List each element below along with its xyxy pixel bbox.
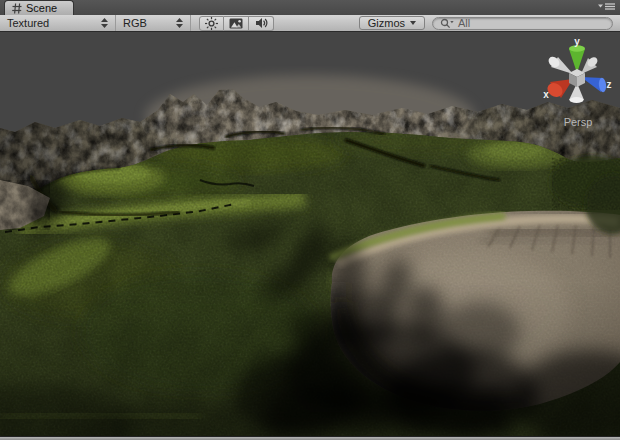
tab-bar: Scene — [0, 0, 620, 15]
gizmos-label: Gizmos — [368, 17, 405, 29]
skybox-effects-toggle[interactable] — [224, 16, 249, 31]
image-icon — [229, 18, 243, 29]
draw-mode-dropdown[interactable]: Textured — [0, 15, 116, 31]
panel-bottom-edge — [0, 436, 620, 440]
projection-label[interactable]: Persp — [564, 116, 593, 128]
tab-scene[interactable]: Scene — [4, 0, 74, 15]
panel-menu-icon[interactable] — [598, 2, 616, 11]
scene-panel: Scene Textured RGB — [0, 0, 620, 440]
scene-viewport[interactable]: y z x Persp — [0, 32, 620, 436]
render-mode-dropdown[interactable]: RGB — [116, 15, 191, 31]
bottom-vignette — [0, 282, 620, 436]
axis-x-label: x — [543, 89, 549, 100]
gizmos-dropdown[interactable]: Gizmos — [359, 16, 425, 30]
scene-lighting-toggle[interactable] — [199, 16, 224, 31]
audio-toggle[interactable] — [249, 16, 274, 31]
search-value: All — [458, 17, 470, 29]
terrain-render — [0, 32, 620, 436]
scene-toolbar: Textured RGB — [0, 15, 620, 32]
view-toggle-group — [199, 15, 274, 31]
sun-icon — [205, 17, 218, 30]
orientation-gizmo[interactable]: y z x Persp — [528, 36, 620, 132]
search-icon — [440, 18, 454, 29]
axis-x-cone[interactable] — [545, 79, 573, 100]
axis-z-label: z — [607, 79, 612, 90]
grid-icon — [12, 3, 22, 14]
search-field[interactable]: All — [432, 17, 613, 30]
draw-mode-value: Textured — [7, 17, 49, 29]
chevron-down-icon — [410, 21, 416, 25]
updown-arrows-icon — [176, 18, 183, 28]
axis-y-cone[interactable] — [569, 45, 585, 73]
updown-arrows-icon — [101, 18, 108, 28]
axis-y-label: y — [574, 36, 580, 47]
speaker-icon — [255, 17, 268, 29]
render-mode-value: RGB — [123, 17, 147, 29]
tab-scene-label: Scene — [26, 2, 57, 14]
